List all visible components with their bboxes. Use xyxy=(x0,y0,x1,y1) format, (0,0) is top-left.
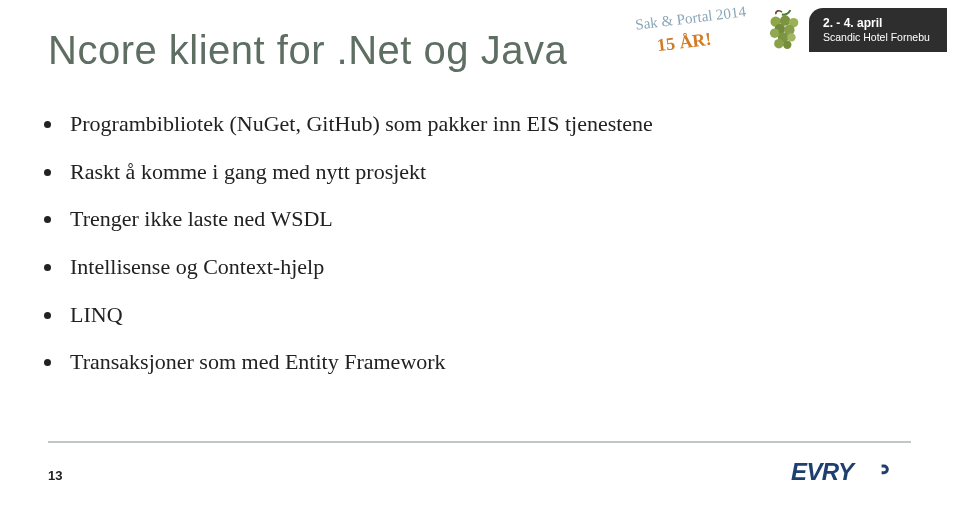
page-number: 13 xyxy=(48,468,62,483)
list-item: Intellisense og Context-hjelp xyxy=(64,252,911,282)
list-item: Programbibliotek (NuGet, GitHub) som pak… xyxy=(64,109,911,139)
grapes-icon xyxy=(761,8,803,50)
divider xyxy=(48,441,911,443)
list-item: Raskt å komme i gang med nytt prosjekt xyxy=(64,157,911,187)
logo-text: EVRY xyxy=(791,458,856,485)
list-item: Transaksjoner som med Entity Framework xyxy=(64,347,911,377)
svg-point-8 xyxy=(774,39,783,48)
svg-point-7 xyxy=(787,33,795,41)
svg-point-9 xyxy=(783,41,791,49)
venue: Scandic Hotel Fornebu xyxy=(823,31,933,44)
event-year: 15 ÅR! xyxy=(656,29,713,56)
bullet-list: Programbibliotek (NuGet, GitHub) som pak… xyxy=(48,109,911,377)
event-badge: Sak & Portal 2014 15 ÅR! xyxy=(635,6,755,58)
list-item: Trenger ikke laste ned WSDL xyxy=(64,204,911,234)
date-range: 2. - 4. april xyxy=(823,16,933,31)
list-item: LINQ xyxy=(64,300,911,330)
header-badges: Sak & Portal 2014 15 ÅR! 2. - 4. april S xyxy=(635,6,947,58)
evry-logo: EVRY xyxy=(791,453,911,493)
event-name: Sak & Portal 2014 xyxy=(634,3,746,33)
date-block: 2. - 4. april Scandic Hotel Fornebu xyxy=(809,8,947,52)
